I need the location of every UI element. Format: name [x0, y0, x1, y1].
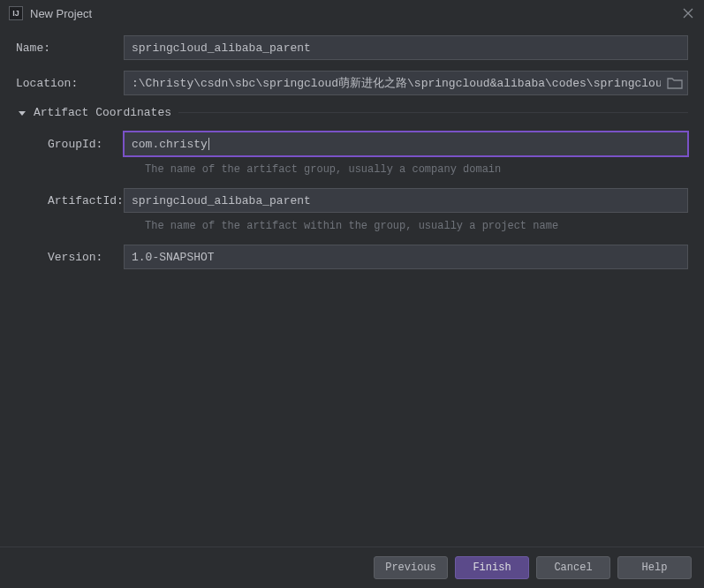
location-wrapper	[124, 71, 688, 95]
text-caret	[208, 138, 209, 150]
finish-button[interactable]: Finish	[455, 556, 529, 579]
footer: Previous Finish Cancel Help	[0, 547, 704, 588]
titlebar: IJ New Project	[0, 0, 704, 26]
location-input[interactable]	[124, 71, 688, 95]
app-icon: IJ	[9, 6, 23, 20]
location-row: Location:	[16, 71, 688, 95]
name-label: Name:	[16, 41, 124, 55]
location-label: Location:	[16, 77, 124, 90]
groupid-row: GroupId: com.christy	[16, 132, 688, 156]
artifact-coordinates-toggle[interactable]: Artifact Coordinates	[16, 106, 688, 119]
groupid-hint: The name of the artifact group, usually …	[145, 163, 688, 176]
content-area: Name: Location: Artifact Coordinates Gro…	[0, 26, 704, 547]
previous-button[interactable]: Previous	[374, 556, 448, 579]
section-divider	[178, 112, 688, 113]
folder-icon[interactable]	[667, 77, 683, 89]
groupid-input[interactable]: com.christy	[124, 132, 688, 156]
name-input[interactable]	[124, 35, 688, 60]
groupid-label: GroupId:	[16, 138, 124, 151]
artifactid-input[interactable]	[124, 188, 688, 213]
help-button[interactable]: Help	[617, 556, 692, 579]
artifactid-hint: The name of the artifact within the grou…	[145, 220, 688, 232]
version-row: Version:	[16, 245, 688, 269]
artifactid-row: ArtifactId:	[16, 188, 688, 213]
groupid-value: com.christy	[132, 138, 208, 151]
version-label: Version:	[16, 251, 124, 264]
artifactid-label: ArtifactId:	[16, 194, 124, 207]
close-icon	[683, 8, 693, 19]
version-input[interactable]	[124, 245, 688, 269]
cancel-button[interactable]: Cancel	[536, 556, 610, 579]
window-title: New Project	[30, 7, 681, 20]
section-title: Artifact Coordinates	[34, 106, 171, 119]
close-button[interactable]	[681, 6, 695, 20]
chevron-down-icon	[16, 107, 28, 119]
name-row: Name:	[16, 35, 688, 60]
